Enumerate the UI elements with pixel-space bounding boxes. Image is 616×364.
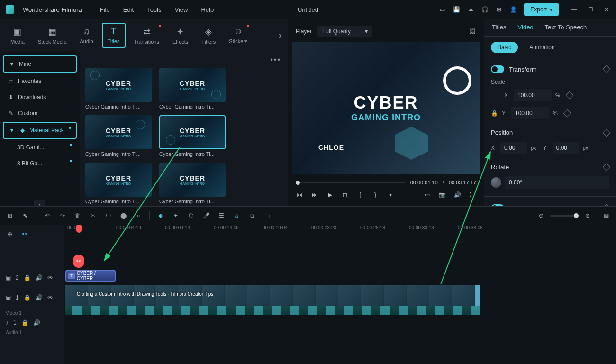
scrubber-track[interactable]: [296, 182, 406, 183]
sparkle-icon[interactable]: ✦: [172, 211, 180, 220]
mute-icon[interactable]: 🔊: [33, 319, 40, 326]
rtab-titles[interactable]: Titles: [492, 24, 507, 36]
undo-icon[interactable]: ↶: [43, 211, 52, 220]
maximize-icon[interactable]: ☐: [587, 6, 594, 13]
lock-icon[interactable]: 🔒: [21, 319, 28, 326]
rtab-video[interactable]: Video: [518, 24, 534, 36]
menu-file[interactable]: File: [100, 6, 110, 13]
tab-audio[interactable]: ♫Audio: [75, 24, 98, 47]
keyframe-diamond-icon[interactable]: [603, 128, 611, 136]
sidebar-collapse-button[interactable]: ‹: [34, 200, 45, 206]
save-icon[interactable]: 💾: [453, 6, 460, 13]
tab-transitions[interactable]: ⇄Transitions: [129, 24, 164, 47]
transform-toggle[interactable]: [491, 65, 504, 73]
subtab-animation[interactable]: Animation: [523, 42, 561, 53]
tab-titles[interactable]: TTitles: [102, 23, 126, 48]
lock-icon[interactable]: 🔒: [491, 110, 498, 117]
cursor-icon[interactable]: ⬉: [21, 211, 29, 220]
lock-icon[interactable]: 🔒: [24, 274, 31, 281]
position-x-input[interactable]: [500, 142, 527, 154]
magnet-icon[interactable]: ⌂: [232, 211, 241, 220]
track-header-v1[interactable]: ▣1🔒🔊👁: [0, 285, 64, 310]
add-track-icon[interactable]: ⊕: [6, 230, 14, 238]
prev-frame-icon[interactable]: ⏮: [296, 191, 303, 199]
menu-view[interactable]: View: [174, 6, 188, 13]
menu-edit[interactable]: Edit: [123, 6, 134, 13]
eye-icon[interactable]: 👁: [47, 294, 53, 301]
snapshot-icon[interactable]: 📷: [438, 191, 446, 199]
mute-icon[interactable]: 🔊: [36, 294, 43, 301]
sidebar-item-mine[interactable]: ▾Mine: [3, 55, 77, 73]
list-icon[interactable]: ☰: [217, 211, 226, 220]
sidebar-sub-8bit-gaming[interactable]: 8 Bit Ga...: [3, 156, 77, 171]
layers-icon[interactable]: ⧉: [247, 211, 256, 220]
shield-icon[interactable]: ⬡: [187, 211, 195, 220]
menu-tools[interactable]: Tools: [147, 6, 161, 13]
zoom-slider[interactable]: [550, 215, 579, 217]
title-thumb-5[interactable]: CYBERGAMING INTROCyber Gaming Intro Ti..…: [85, 163, 152, 204]
volume-icon[interactable]: 🔊: [453, 191, 461, 199]
position-y-input[interactable]: [553, 142, 579, 154]
scale-y-input[interactable]: [511, 107, 549, 119]
mic-icon[interactable]: 🎤: [202, 211, 210, 220]
split-scissors-icon[interactable]: ✂: [73, 255, 84, 268]
sidebar-item-custom[interactable]: ✎Custom: [3, 106, 77, 121]
mark-out-icon[interactable]: }: [371, 191, 379, 199]
title-thumb-2[interactable]: CYBERGAMING INTROCyber Gaming Intro Ti..…: [159, 68, 226, 109]
time-ruler[interactable]: 00:00 00:00:04:19 00:00:09:14 00:00:14:0…: [64, 225, 616, 241]
zoom-in-icon[interactable]: ⊕: [583, 211, 592, 220]
view-options-icon[interactable]: ▦: [602, 211, 610, 220]
link-icon[interactable]: ⚯: [20, 230, 28, 238]
slider-handle[interactable]: [574, 213, 579, 218]
delete-icon[interactable]: 🗑: [73, 211, 82, 220]
sidebar-sub-3d-gaming[interactable]: 3D Gami...: [3, 140, 77, 155]
keyframe-diamond-icon[interactable]: [565, 91, 573, 100]
title-thumb-4[interactable]: CYBERGAMING INTROCyber Gaming Intro Ti..…: [159, 115, 226, 157]
keyframe-diamond-icon[interactable]: [603, 163, 611, 171]
account-icon[interactable]: 👤: [509, 6, 517, 13]
tab-effects[interactable]: ✦Effects: [168, 24, 193, 47]
timeline-tracks[interactable]: 00:00 00:00:04:19 00:00:09:14 00:00:14:0…: [64, 225, 616, 364]
play-icon[interactable]: ▶: [326, 191, 334, 199]
title-thumb-1[interactable]: CYBERGAMING INTROCyber Gaming Intro Ti..…: [85, 68, 152, 109]
menu-help[interactable]: Help: [201, 6, 214, 13]
snapshot-image-icon[interactable]: 🖼: [469, 27, 476, 35]
ai-face-icon[interactable]: ☻: [156, 211, 165, 220]
track-t2[interactable]: T CYBER / CYBER: [64, 269, 616, 283]
eye-icon[interactable]: 👁: [47, 274, 53, 281]
scissors-icon[interactable]: ✂: [89, 211, 97, 220]
rotate-input[interactable]: [505, 176, 609, 189]
scrubber-handle[interactable]: [296, 181, 300, 185]
lock-icon[interactable]: 🔒: [24, 294, 31, 301]
stop-icon[interactable]: ◻: [341, 191, 349, 199]
zoom-out-icon[interactable]: ⊖: [537, 211, 545, 220]
more-options-icon[interactable]: •••: [270, 55, 281, 64]
track-header-a1[interactable]: ♪1🔒🔊: [0, 316, 64, 330]
device-icon[interactable]: ▭: [438, 6, 446, 13]
sidebar-item-downloads[interactable]: ⬇Downloads: [3, 90, 77, 105]
grid-icon[interactable]: ⊞: [6, 211, 14, 220]
frame-icon[interactable]: ▢: [263, 211, 271, 220]
tab-stock-media[interactable]: ▦Stock Media: [33, 24, 72, 47]
keyframe-diamond-icon[interactable]: [563, 109, 571, 118]
export-button[interactable]: Export ▾: [524, 3, 559, 16]
compositing-toggle[interactable]: [491, 204, 504, 206]
redo-icon[interactable]: ↷: [58, 211, 67, 220]
tab-filters[interactable]: ◈Filters: [197, 24, 220, 47]
sidebar-item-favorites[interactable]: ☆Favorites: [3, 73, 77, 89]
rotate-dial[interactable]: [491, 177, 501, 188]
title-clip[interactable]: T CYBER / CYBER: [65, 270, 116, 282]
scale-x-input[interactable]: [514, 89, 552, 101]
keyframe-diamond-icon[interactable]: [603, 204, 611, 206]
keyframe-diamond-icon[interactable]: [603, 65, 611, 73]
quality-dropdown[interactable]: Full Quality▾: [317, 26, 372, 37]
rtab-tts[interactable]: Text To Speech: [545, 24, 587, 36]
subtab-basic[interactable]: Basic: [491, 42, 518, 53]
crop-icon[interactable]: ⬚: [104, 211, 112, 220]
tabs-more-arrow[interactable]: ›: [279, 30, 282, 41]
title-thumb-6[interactable]: CYBERGAMING INTROCyber Gaming Intro Ti..…: [159, 163, 226, 204]
cloud-icon[interactable]: ☁: [467, 6, 474, 13]
track-v1[interactable]: Crafting a Custom Intro with Drawing Too…: [64, 284, 616, 316]
tab-media[interactable]: ▣Media: [6, 24, 29, 47]
apps-icon[interactable]: ⊞: [495, 6, 503, 13]
